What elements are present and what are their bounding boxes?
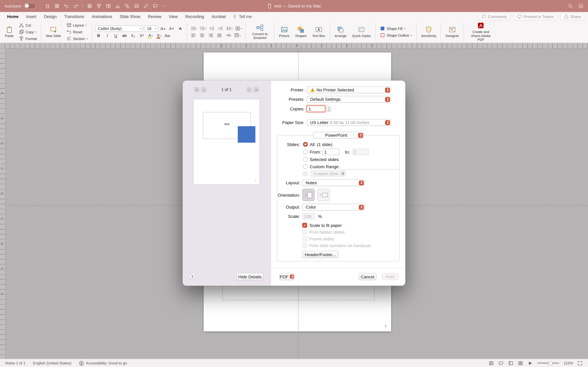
print-hidden-slides-checkbox[interactable] bbox=[302, 230, 307, 234]
format-painter-button[interactable]: Format bbox=[17, 36, 38, 42]
layout-button[interactable]: Layout▾ bbox=[65, 22, 89, 28]
clear-formatting-button[interactable]: A bbox=[177, 26, 184, 31]
paste-button[interactable]: Paste bbox=[3, 21, 16, 43]
sensitivity-button[interactable]: Sensitivity bbox=[419, 21, 438, 43]
create-share-adobe-pdf-button[interactable]: Create and Share Adobe PDF bbox=[467, 21, 495, 43]
comments-panel-icon[interactable] bbox=[498, 360, 504, 366]
highlight-color-button[interactable]: A▾ bbox=[147, 33, 154, 38]
tab-recording[interactable]: Recording bbox=[182, 13, 208, 20]
cut-button[interactable]: Cut bbox=[17, 22, 38, 28]
quick-styles-button[interactable]: Quick Styles bbox=[350, 21, 373, 43]
comments-button[interactable]: Comments bbox=[478, 13, 510, 20]
slides-from-radio[interactable] bbox=[303, 150, 308, 154]
zoom-slider-knob[interactable] bbox=[548, 361, 553, 365]
convert-to-smartart-button[interactable]: Convert to SmartArt bbox=[248, 21, 271, 43]
print-slide-numbers-checkbox[interactable] bbox=[302, 243, 307, 248]
increase-font-button[interactable]: A▲ bbox=[159, 26, 167, 31]
custom-range-radio[interactable] bbox=[303, 164, 308, 169]
orientation-portrait-button[interactable]: ↑ bbox=[302, 189, 315, 201]
line-spacing-button[interactable]: ▾ bbox=[225, 26, 233, 31]
help-button[interactable]: ? bbox=[189, 273, 195, 280]
table-icon[interactable] bbox=[106, 3, 111, 8]
next-page-button[interactable]: › bbox=[246, 87, 252, 92]
feedback-icon[interactable] bbox=[578, 3, 583, 8]
app-section-select[interactable]: PowerPoint bbox=[313, 132, 364, 139]
custom-range-input[interactable] bbox=[340, 164, 399, 170]
slide-sorter-view-icon[interactable] bbox=[518, 360, 523, 366]
fit-to-window-icon[interactable] bbox=[578, 360, 583, 366]
search-icon[interactable] bbox=[568, 3, 573, 8]
picture-button[interactable]: Picture bbox=[277, 21, 291, 43]
format-painter-icon[interactable] bbox=[96, 3, 101, 8]
link-icon[interactable] bbox=[143, 3, 148, 8]
justify-button[interactable] bbox=[216, 33, 223, 38]
zoom-level[interactable]: 115% bbox=[564, 361, 573, 365]
previous-page-button[interactable]: ‹ bbox=[201, 87, 207, 92]
shape-fill-button[interactable]: Shape Fill▾ bbox=[378, 25, 414, 32]
scale-input[interactable] bbox=[302, 213, 315, 219]
autosave-toggle[interactable] bbox=[24, 3, 36, 9]
reset-button[interactable]: Reset bbox=[65, 29, 89, 35]
copy-button[interactable]: Copy▾ bbox=[17, 29, 38, 35]
section-button[interactable]: Section▾ bbox=[65, 36, 89, 42]
paper-size-select[interactable]: US Letter8.50 by 11.00 inches bbox=[307, 119, 391, 126]
selected-slides-radio[interactable] bbox=[303, 157, 308, 162]
notes-panel-icon[interactable] bbox=[489, 360, 494, 366]
from-input[interactable] bbox=[322, 149, 339, 155]
home-icon[interactable] bbox=[45, 3, 50, 8]
subscript-button[interactable]: X₂ bbox=[130, 33, 137, 38]
share-button[interactable]: Share bbox=[560, 13, 584, 20]
redo-icon[interactable] bbox=[73, 3, 78, 8]
tab-design[interactable]: Design bbox=[41, 13, 60, 20]
tab-animations[interactable]: Animations bbox=[88, 13, 115, 20]
presets-select[interactable]: Default Settings bbox=[307, 96, 391, 103]
align-center-button[interactable] bbox=[198, 33, 206, 38]
print-button[interactable]: Print bbox=[382, 273, 398, 280]
last-page-button[interactable]: » bbox=[254, 87, 259, 92]
tab-transitions[interactable]: Transitions bbox=[61, 13, 88, 20]
tab-insert[interactable]: Insert bbox=[23, 13, 40, 20]
bullets-button[interactable]: ▾ bbox=[190, 26, 198, 31]
scale-to-fit-checkbox[interactable]: ✓ bbox=[302, 223, 307, 228]
vertical-ruler[interactable]: 4 3 2 1 0 1 2 3 4 bbox=[0, 49, 6, 359]
tell-me[interactable]: Tell me bbox=[232, 14, 252, 19]
font-name-select[interactable]: Calibri (Body)▾ bbox=[95, 25, 143, 32]
strikethrough-button[interactable]: ab bbox=[121, 33, 128, 38]
print-icon[interactable] bbox=[87, 3, 92, 8]
tab-home[interactable]: Home bbox=[4, 13, 22, 20]
autosave-control[interactable]: AutoSave bbox=[4, 3, 36, 9]
superscript-button[interactable]: X² bbox=[138, 33, 146, 38]
output-select[interactable]: Color bbox=[302, 204, 365, 210]
undo-icon[interactable] bbox=[64, 3, 69, 8]
align-right-button[interactable] bbox=[207, 33, 214, 38]
arrange-button[interactable]: Arrange bbox=[333, 21, 348, 43]
apps-grid-icon[interactable] bbox=[54, 3, 60, 8]
shapes-button[interactable]: Shapes bbox=[293, 21, 308, 43]
frame-slides-checkbox[interactable] bbox=[302, 236, 307, 241]
font-size-select[interactable]: 18▾ bbox=[144, 25, 158, 32]
custom-shows-radio[interactable] bbox=[303, 172, 308, 176]
custom-shows-select[interactable]: Custom Shows bbox=[310, 170, 346, 177]
tab-slide-show[interactable]: Slide Show bbox=[116, 13, 144, 20]
language-indicator[interactable]: English (United States) bbox=[33, 361, 71, 365]
tab-review[interactable]: Review bbox=[144, 13, 164, 20]
header-footer-button[interactable]: Header/Footer... bbox=[302, 251, 338, 258]
align-text-button[interactable]: ▾ bbox=[233, 33, 242, 38]
numbering-button[interactable]: ▾ bbox=[199, 26, 207, 31]
accessibility-status[interactable]: Accessibility: Good to go bbox=[79, 360, 127, 366]
copies-input[interactable] bbox=[307, 106, 325, 112]
normal-view-icon[interactable] bbox=[508, 360, 513, 366]
cancel-button[interactable]: Cancel bbox=[358, 273, 377, 280]
shapes-icon[interactable] bbox=[124, 3, 130, 8]
underline-button[interactable]: U bbox=[112, 33, 120, 38]
slides-all-radio[interactable] bbox=[303, 142, 308, 147]
hide-details-button[interactable]: Hide Details bbox=[237, 273, 263, 280]
decrease-font-button[interactable]: A▼ bbox=[168, 26, 175, 31]
align-left-button[interactable] bbox=[190, 33, 197, 38]
tab-view[interactable]: View bbox=[165, 13, 181, 20]
picture-icon[interactable] bbox=[134, 3, 139, 8]
italic-button[interactable]: I bbox=[104, 33, 111, 38]
text-direction-button[interactable]: ▾ bbox=[224, 33, 232, 38]
increase-indent-button[interactable] bbox=[217, 26, 224, 31]
designer-button[interactable]: Designer bbox=[444, 21, 461, 43]
